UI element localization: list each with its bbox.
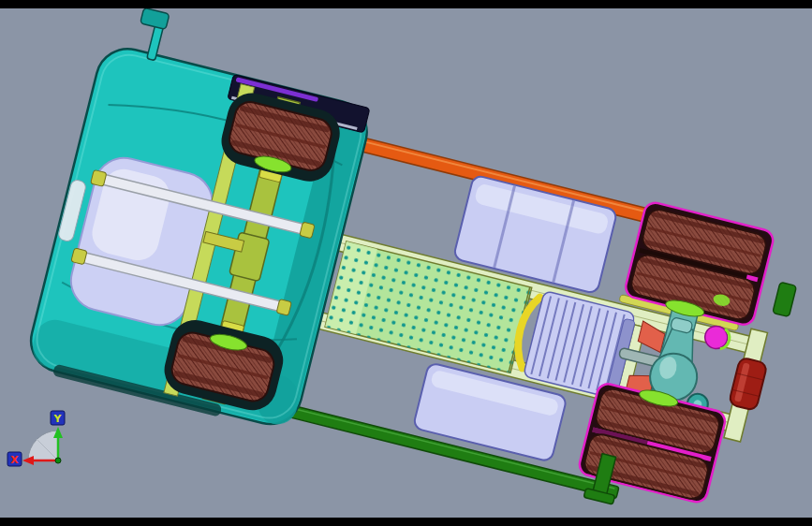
letterbox-bottom: [0, 518, 812, 526]
rod-end: [91, 169, 107, 186]
triad-origin: [55, 458, 61, 463]
letterbox-top: [0, 0, 812, 8]
cad-window: X Y: [0, 0, 812, 526]
y-axis-label: Y: [53, 413, 63, 425]
rod-end: [71, 248, 87, 265]
x-axis-label: X: [10, 454, 19, 466]
cad-viewport[interactable]: X Y: [0, 0, 812, 526]
